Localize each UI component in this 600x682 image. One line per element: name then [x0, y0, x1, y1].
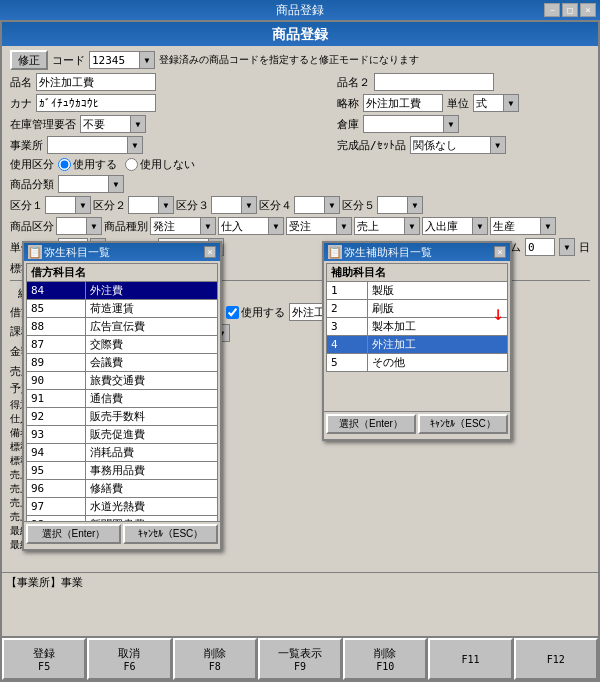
ryaku-input[interactable]: [363, 94, 443, 112]
hojo-dropdown-btn[interactable]: ▼: [369, 303, 385, 321]
kubu1-dropdown-btn[interactable]: ▼: [75, 196, 91, 214]
kubu3-input[interactable]: [211, 196, 241, 214]
f5-btn[interactable]: 登録 F5: [2, 638, 86, 680]
f8-btn[interactable]: 削除 F8: [173, 638, 257, 680]
shurui-label: 商品種別: [104, 219, 148, 234]
code-input-group: ▼: [89, 51, 155, 69]
juro-tani-label: 重量単位: [110, 240, 154, 255]
f6-btn[interactable]: 取消 F6: [87, 638, 171, 680]
biko-row: 備考: [10, 426, 590, 440]
code-label: コード: [52, 53, 85, 68]
kari-checkbox[interactable]: [66, 287, 79, 300]
f10-btn[interactable]: 削除 F10: [343, 638, 427, 680]
saigo-row: 最終売上単価: [10, 524, 590, 538]
juro-tani-input[interactable]: [158, 238, 208, 256]
kubun-input[interactable]: [56, 217, 86, 235]
zaiko-row: 在庫管理要否 ▼ 倉庫 ▼: [10, 115, 590, 136]
kinzoku-input[interactable]: [58, 344, 108, 362]
kanjoku-input[interactable]: [58, 324, 108, 342]
kana-input[interactable]: [36, 94, 156, 112]
tani-juryo-input[interactable]: [58, 238, 88, 256]
hachu-lot-input[interactable]: [171, 259, 221, 277]
hyojunsuiryo-row: 標準売上単価: [10, 454, 590, 468]
kari-karimoku-input[interactable]: [58, 303, 138, 321]
kanjoku-label: 課税区分: [10, 324, 54, 342]
jigyosho-dropdown-btn[interactable]: ▼: [127, 136, 143, 154]
code-dropdown-btn[interactable]: ▼: [139, 51, 155, 69]
shurui5-dropdown-btn[interactable]: ▼: [472, 217, 488, 235]
shurui5-input[interactable]: [422, 217, 472, 235]
kubu3-label: 区分３: [176, 198, 209, 213]
kubu2-dropdown-btn[interactable]: ▼: [158, 196, 174, 214]
f6-key: F6: [123, 661, 135, 672]
shurui2-input[interactable]: [218, 217, 268, 235]
hojo-input[interactable]: [289, 303, 369, 321]
f10-key: F10: [376, 661, 394, 672]
f8-label: 削除: [204, 646, 226, 661]
tani-dropdown-btn[interactable]: ▼: [503, 94, 519, 112]
tani-label: 単位: [447, 96, 469, 111]
f10-label: 削除: [374, 646, 396, 661]
zaiko-dropdown-btn[interactable]: ▼: [130, 115, 146, 133]
shurui1-dropdown-btn[interactable]: ▼: [200, 217, 216, 235]
soko-dropdown-btn[interactable]: ▼: [443, 115, 459, 133]
kanren-input[interactable]: [410, 136, 490, 154]
f9-btn[interactable]: 一覧表示 F9: [258, 638, 342, 680]
maximize-btn[interactable]: □: [562, 3, 578, 17]
kubu4-dropdown-btn[interactable]: ▼: [324, 196, 340, 214]
kubu5-input[interactable]: [377, 196, 407, 214]
tani-input[interactable]: [473, 94, 503, 112]
code-row: 修正 コード ▼ 登録済みの商品コードを指定すると修正モードになります: [10, 50, 590, 70]
kubu4-input[interactable]: [294, 196, 324, 214]
shiyo-notuse-radio[interactable]: 使用しない: [125, 157, 195, 172]
close-btn[interactable]: ×: [580, 3, 596, 17]
hyojungenka-row: 標準原価: [10, 440, 590, 454]
jori1-row: 売上単価上: [10, 468, 590, 482]
shurui1-input[interactable]: [150, 217, 200, 235]
shurui4-input[interactable]: [354, 217, 404, 235]
hojo-checkbox[interactable]: [226, 306, 239, 319]
shiyo-use-radio[interactable]: 使用する: [58, 157, 117, 172]
shurui6-dropdown-btn[interactable]: ▼: [540, 217, 556, 235]
soko-input[interactable]: [363, 115, 443, 133]
kubu5-dropdown-btn[interactable]: ▼: [407, 196, 423, 214]
f11-btn[interactable]: F11: [428, 638, 512, 680]
kanren-dropdown-btn[interactable]: ▼: [490, 136, 506, 154]
shurui4-dropdown-btn[interactable]: ▼: [404, 217, 420, 235]
zaiko-input[interactable]: [80, 115, 130, 133]
bunrui-dropdown-btn[interactable]: ▼: [108, 175, 124, 193]
kari-checkbox-label[interactable]: 繰経費: [66, 286, 114, 301]
shurui2-dropdown-btn[interactable]: ▼: [268, 217, 284, 235]
hyojun-dropdown-btn[interactable]: ▼: [92, 259, 108, 277]
lead-time-input[interactable]: [525, 238, 555, 256]
juro-tani-dropdown-btn[interactable]: ▼: [208, 238, 224, 256]
hojo-label: 補助科目: [178, 305, 222, 320]
tokui-row: 得意先: [10, 398, 590, 412]
kari-karimoku-dropdown-btn[interactable]: ▼: [138, 303, 154, 321]
modify-button[interactable]: 修正: [10, 50, 48, 70]
hinmei2-input[interactable]: [374, 73, 494, 91]
kubu3-dropdown-btn[interactable]: ▼: [241, 196, 257, 214]
shurui6-input[interactable]: [490, 217, 540, 235]
minimize-btn[interactable]: －: [544, 3, 560, 17]
list-section: 得意先 仕入先 備考 標準原価 標準売上単価 売上単価上 売上単価上 売上単価 …: [10, 398, 590, 552]
jigyosho-input[interactable]: [47, 136, 127, 154]
hinmei-input[interactable]: [36, 73, 156, 91]
hojo-checkbox-label[interactable]: 使用する: [226, 305, 285, 320]
hyojun-input[interactable]: [58, 259, 88, 277]
tsuuryu-input[interactable]: [164, 324, 214, 342]
tani-juryo-dropdown-btn[interactable]: ▼: [90, 238, 106, 256]
f12-btn[interactable]: F12: [514, 638, 598, 680]
bunrui-input[interactable]: [58, 175, 108, 193]
kana-row: カナ 略称 単位 ▼: [10, 94, 590, 115]
lead-time-dropdown-btn[interactable]: ▼: [559, 238, 575, 256]
tab-jigyosho[interactable]: 【事業所】事業: [6, 576, 83, 589]
bunrui-row: 商品分類 ▼: [10, 175, 590, 193]
code-input[interactable]: [89, 51, 139, 69]
shurui3-dropdown-btn[interactable]: ▼: [336, 217, 352, 235]
shurui3-input[interactable]: [286, 217, 336, 235]
kubu2-input[interactable]: [128, 196, 158, 214]
tab-bar: 【事業所】事業: [2, 572, 598, 592]
kubun-dropdown-btn[interactable]: ▼: [86, 217, 102, 235]
kubu1-input[interactable]: [45, 196, 75, 214]
